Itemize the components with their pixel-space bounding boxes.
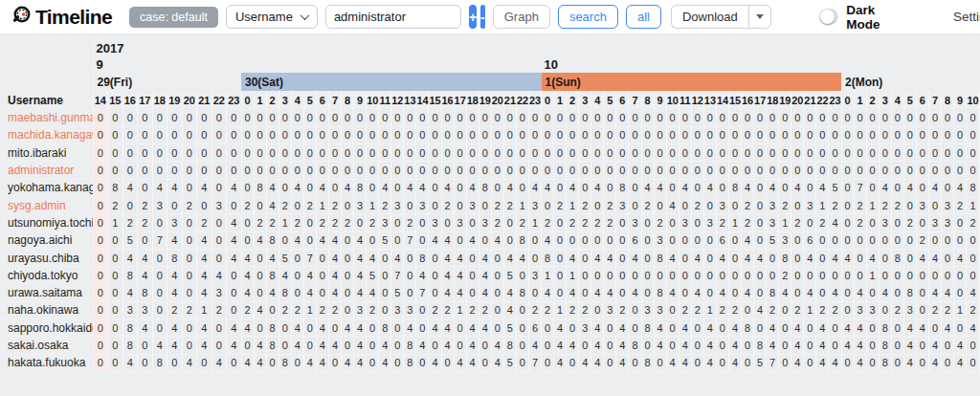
hour-header-cell: 16 xyxy=(441,91,454,109)
value-cell: 4 xyxy=(266,249,278,266)
value-cell: 0 xyxy=(616,144,629,162)
value-cell: 0 xyxy=(891,179,903,196)
value-cell: 0 xyxy=(967,162,980,179)
value-cell: 4 xyxy=(479,267,491,284)
value-cell: 8 xyxy=(479,179,491,196)
hour-header-cell: 15 xyxy=(108,91,123,109)
add-filter-button[interactable]: + xyxy=(469,5,477,29)
value-cell: 0 xyxy=(152,284,167,301)
username-cell[interactable]: machida.kanagawa xyxy=(0,126,93,143)
value-cell: 2 xyxy=(316,214,328,231)
value-cell: 0 xyxy=(754,144,767,162)
value-cell: 0 xyxy=(691,337,703,354)
username-cell[interactable]: utsunomiya.tochigi xyxy=(0,214,93,231)
value-cell: 0 xyxy=(316,284,328,301)
hour-header-cell: 12 xyxy=(691,91,703,109)
value-cell: 0 xyxy=(916,179,928,196)
value-cell: 3 xyxy=(528,196,541,213)
value-cell: 0 xyxy=(138,354,153,371)
hour-header-cell: 2 xyxy=(866,91,879,109)
value-cell: 2 xyxy=(328,214,341,231)
value-cell: 0 xyxy=(516,319,528,337)
value-cell: 0 xyxy=(416,109,429,126)
value-cell: 4 xyxy=(167,319,183,337)
value-cell: 4 xyxy=(197,267,212,284)
value-cell: 0 xyxy=(641,214,654,231)
value-cell: 0 xyxy=(967,231,980,249)
value-cell: 0 xyxy=(241,109,254,126)
graph-button[interactable]: Graph xyxy=(493,5,550,29)
settings-menu[interactable]: Settings xyxy=(953,10,980,24)
value-cell: 0 xyxy=(629,126,641,143)
value-cell: 0 xyxy=(841,144,854,162)
username-cell[interactable]: chiyoda.tokyo xyxy=(0,267,93,284)
value-cell: 4 xyxy=(354,231,367,249)
hour-header-cell: 9 xyxy=(354,91,367,109)
value-cell: 4 xyxy=(728,337,741,354)
username-cell[interactable]: sysg.admin xyxy=(0,196,93,213)
username-cell[interactable]: urawa.saitama xyxy=(0,284,93,301)
username-cell[interactable]: maebashi.gunma xyxy=(0,109,93,126)
value-cell: 2 xyxy=(928,301,941,319)
value-cell: 0 xyxy=(291,126,303,143)
username-cell[interactable]: hakata.fukuoka xyxy=(0,354,93,371)
username-cell[interactable]: administrator xyxy=(0,162,93,179)
day-header: 2(Mon) xyxy=(841,73,980,91)
value-cell: 6 xyxy=(804,231,816,249)
value-cell: 0 xyxy=(342,231,354,249)
username-cell[interactable]: urayasu.chiba xyxy=(0,249,93,266)
value-cell: 0 xyxy=(954,162,967,179)
value-cell: 0 xyxy=(916,337,928,354)
download-button[interactable]: Download xyxy=(671,5,748,29)
username-cell[interactable]: mito.ibaraki xyxy=(0,144,93,162)
value-cell: 4 xyxy=(328,267,341,284)
dark-mode-toggle[interactable] xyxy=(819,9,839,25)
value-cell: 0 xyxy=(679,162,691,179)
value-cell: 4 xyxy=(416,337,429,354)
value-cell: 8 xyxy=(108,179,123,196)
value-cell: 4 xyxy=(354,284,367,301)
value-cell: 3 xyxy=(354,196,367,213)
value-cell: 0 xyxy=(629,179,641,196)
username-cell[interactable]: nagoya.aichi xyxy=(0,231,93,249)
value-cell: 0 xyxy=(779,179,791,196)
value-cell: 0 xyxy=(108,109,123,126)
username-cell[interactable]: naha.okinawa xyxy=(0,301,93,319)
value-cell: 0 xyxy=(182,284,197,301)
username-cell[interactable]: yokohama.kanagawa xyxy=(0,179,93,196)
search-button[interactable]: search xyxy=(558,5,618,29)
search-input[interactable] xyxy=(325,5,461,29)
field-select[interactable]: Username xyxy=(226,5,318,29)
value-cell: 0 xyxy=(212,319,227,337)
value-cell: 0 xyxy=(816,126,829,143)
value-cell: 0 xyxy=(404,249,416,266)
value-cell: 0 xyxy=(278,337,291,354)
value-cell: 0 xyxy=(466,126,479,143)
value-cell: 0 xyxy=(479,354,491,371)
value-cell: 5 xyxy=(754,354,767,371)
value-cell: 0 xyxy=(479,144,491,162)
all-button[interactable]: all xyxy=(626,5,661,29)
username-cell[interactable]: sapporo.hokkaido xyxy=(0,319,93,337)
value-cell: 0 xyxy=(93,284,108,301)
value-cell: 0 xyxy=(454,109,466,126)
value-cell: 8 xyxy=(891,249,903,266)
value-cell: 0 xyxy=(891,231,903,249)
value-cell: 0 xyxy=(579,126,591,143)
download-caret-button[interactable] xyxy=(748,5,771,29)
hour-header-cell: 17 xyxy=(754,91,767,109)
value-cell: 0 xyxy=(254,144,266,162)
remove-filter-button[interactable]: - xyxy=(480,5,485,29)
value-cell: 0 xyxy=(379,109,391,126)
value-cell: 2 xyxy=(291,301,303,319)
value-cell: 0 xyxy=(666,337,679,354)
value-cell: 1 xyxy=(703,301,716,319)
username-cell[interactable]: sakai.osaka xyxy=(0,337,93,354)
value-cell: 5 xyxy=(278,249,291,266)
value-cell: 0 xyxy=(466,144,479,162)
value-cell: 8 xyxy=(629,337,641,354)
hour-header-cell: 11 xyxy=(379,91,391,109)
value-cell: 0 xyxy=(542,319,554,337)
value-cell: 0 xyxy=(579,179,591,196)
value-cell: 0 xyxy=(266,144,278,162)
